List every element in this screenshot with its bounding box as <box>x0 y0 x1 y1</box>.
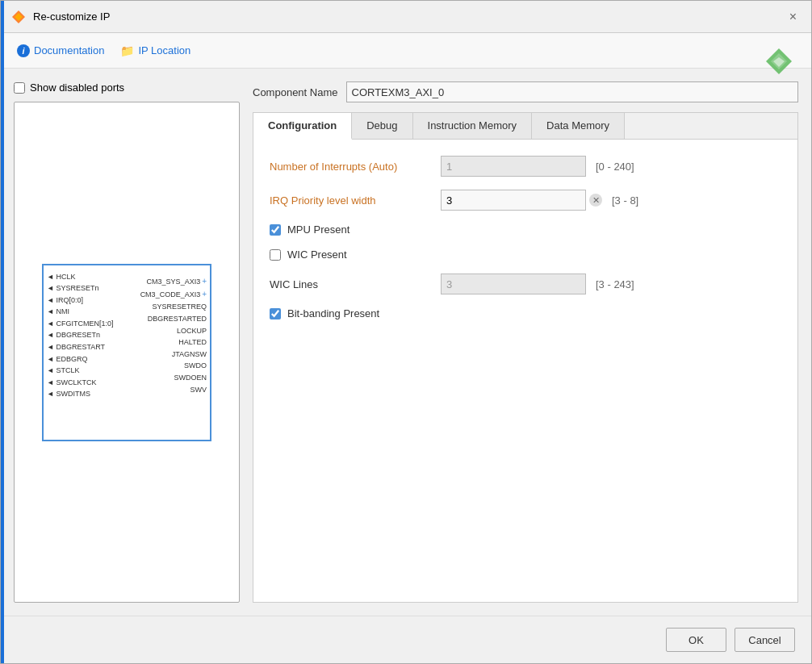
wic-present-label: WIC Present <box>287 248 347 261</box>
signal-swv: SWV <box>140 385 207 395</box>
tabs-header: Configuration Debug Instruction Memory D… <box>253 113 797 140</box>
interrupts-input-wrapper <box>441 156 586 177</box>
signal-sysresetreq: SYSRESETREQ <box>140 302 207 312</box>
tabs-container: Configuration Debug Instruction Memory D… <box>253 112 798 603</box>
brand-logo <box>763 69 795 80</box>
signal-swdo: SWDO <box>140 361 207 371</box>
signal-dbgrestarted: DBGRESTARTED <box>140 314 207 324</box>
mpu-checkbox[interactable] <box>270 224 281 236</box>
vivado-logo-icon <box>763 69 795 77</box>
wic-lines-row: WIC Lines [3 - 243] <box>270 274 781 294</box>
irq-input[interactable] <box>441 190 586 211</box>
close-button[interactable]: × <box>785 8 802 26</box>
wic-present-row: WIC Present <box>270 248 781 261</box>
irq-row: IRQ Priority level width ✕ [3 - 8] <box>270 190 781 211</box>
bitbanding-label: Bit-banding Present <box>287 307 379 319</box>
wic-lines-range: [3 - 243] <box>596 278 634 290</box>
signal-halted: HALTED <box>140 337 207 348</box>
signal-dbgrestart: ◄ DBGRESTART <box>47 342 113 353</box>
main-dialog: Re-customize IP × i Documentation 📁 IP L… <box>0 0 812 664</box>
left-panel: Show disabled ports ◄ HCLK ◄ SYSRESETn <box>14 81 240 603</box>
ok-button[interactable]: OK <box>666 628 726 652</box>
signal-swdoen: SWDOEN <box>140 373 207 383</box>
window-title: Re-customize IP <box>33 10 110 23</box>
wic-lines-input[interactable] <box>441 274 586 294</box>
title-bar-left: Re-customize IP <box>10 9 110 25</box>
show-disabled-checkbox[interactable] <box>14 82 25 94</box>
irq-input-wrapper: ✕ <box>441 190 602 211</box>
info-icon: i <box>17 44 30 57</box>
irq-clear-button[interactable]: ✕ <box>589 194 602 207</box>
signal-jtagnsw: JTAGNSW <box>140 349 207 360</box>
signal-cm3-code: CM3_CODE_AXI3 + <box>140 289 207 300</box>
component-name-row: Component Name <box>253 81 798 102</box>
mpu-row: MPU Present <box>270 223 781 236</box>
signal-swclktck: ◄ SWCLKTCK <box>47 378 113 388</box>
documentation-link[interactable]: i Documentation <box>17 44 104 57</box>
signal-edbgrq: ◄ EDBGRQ <box>47 354 113 365</box>
signal-nmi: ◄ NMI <box>47 307 113 317</box>
wic-present-checkbox[interactable] <box>270 249 281 261</box>
tab-configuration-content: Number of Interrupts (Auto) [0 - 240] IR… <box>253 140 797 336</box>
irq-label: IRQ Priority level width <box>270 194 431 207</box>
app-logo-icon <box>10 9 27 25</box>
bitbanding-row: Bit-banding Present <box>270 307 781 319</box>
tab-data-memory[interactable]: Data Memory <box>532 113 625 139</box>
signal-sysresetn: ◄ SYSRESETn <box>47 283 113 294</box>
interrupts-row: Number of Interrupts (Auto) [0 - 240] <box>270 156 781 177</box>
signal-hclk: ◄ HCLK <box>47 272 113 282</box>
title-bar: Re-customize IP × <box>1 1 811 33</box>
tab-debug[interactable]: Debug <box>352 113 412 139</box>
cancel-button[interactable]: Cancel <box>735 628 795 652</box>
signal-cfgitcmen: ◄ CFGITCMEN[1:0] <box>47 319 113 329</box>
left-accent <box>1 1 4 663</box>
signal-swditms: ◄ SWDITMS <box>47 389 113 399</box>
ip-location-label: IP Location <box>138 44 190 56</box>
interrupts-input[interactable] <box>441 156 586 177</box>
signals-right: CM3_SYS_AXI3 + CM3_CODE_AXI3 + SYSRESETR… <box>137 265 210 407</box>
main-content: Show disabled ports ◄ HCLK ◄ SYSRESETn <box>1 69 811 616</box>
component-diagram: ◄ HCLK ◄ SYSRESETn ◄ IRQ[0:0] ◄ NMI <box>14 102 240 603</box>
signals-left: ◄ HCLK ◄ SYSRESETn ◄ IRQ[0:0] ◄ NMI <box>44 265 116 407</box>
interrupts-range: [0 - 240] <box>596 161 634 173</box>
bottom-bar: OK Cancel <box>1 616 811 663</box>
show-disabled-label: Show disabled ports <box>30 81 124 94</box>
signal-dbgresetn: ◄ DBGRESETn <box>47 330 113 340</box>
cortex-box: ◄ HCLK ◄ SYSRESETn ◄ IRQ[0:0] ◄ NMI <box>42 264 211 441</box>
wic-lines-label: WIC Lines <box>270 278 431 290</box>
svg-marker-3 <box>771 69 787 69</box>
documentation-label: Documentation <box>34 44 104 56</box>
signal-lockup: LOCKUP <box>140 326 207 336</box>
show-disabled-row: Show disabled ports <box>14 81 240 94</box>
tab-configuration[interactable]: Configuration <box>253 113 352 140</box>
interrupts-label: Number of Interrupts (Auto) <box>270 161 431 173</box>
tab-instruction-memory[interactable]: Instruction Memory <box>413 113 533 139</box>
component-name-input[interactable] <box>346 81 799 102</box>
signal-cm3-sys: CM3_SYS_AXI3 + <box>140 276 207 287</box>
folder-icon: 📁 <box>120 44 134 57</box>
irq-range: [3 - 8] <box>612 194 638 207</box>
signal-stclk: ◄ STCLK <box>47 365 113 376</box>
bitbanding-checkbox[interactable] <box>270 308 281 319</box>
ip-location-link[interactable]: 📁 IP Location <box>120 44 190 57</box>
toolbar: i Documentation 📁 IP Location <box>1 33 811 69</box>
signal-irq: ◄ IRQ[0:0] <box>47 295 113 306</box>
right-panel: Component Name Configuration Debug Instr… <box>253 81 798 603</box>
component-name-label: Component Name <box>253 86 338 98</box>
wic-lines-input-wrapper <box>441 274 586 294</box>
mpu-label: MPU Present <box>287 223 349 236</box>
svg-marker-2 <box>766 69 792 74</box>
